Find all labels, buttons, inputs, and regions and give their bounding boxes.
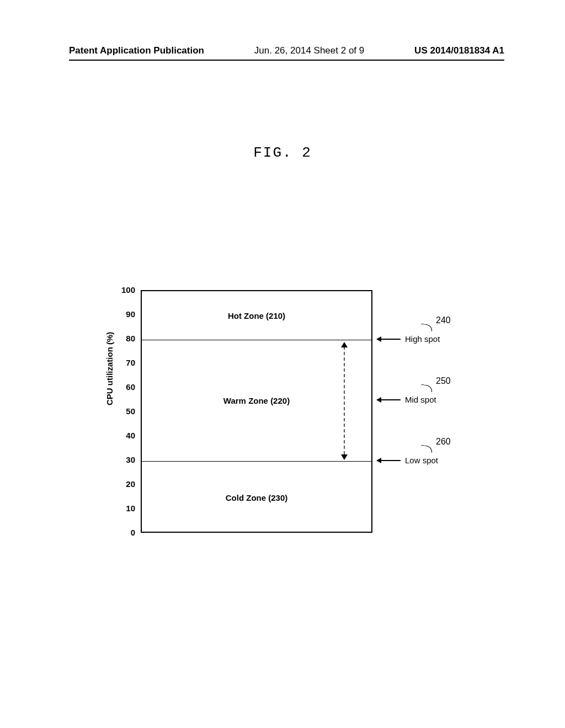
label-mid-spot: Mid spot [405,395,436,404]
y-axis-label: CPU utilization (%) [105,332,114,405]
plot-area: Hot Zone (210) Warm Zone (220) Cold Zone… [141,290,372,533]
y-tick-0: 0 [110,528,135,537]
arrow-down-icon [341,454,348,460]
leader-curl-icon [420,384,433,393]
label-high-spot: High spot [405,334,440,344]
zone-label-cold: Cold Zone (230) [142,493,371,502]
range-dashed-line [344,346,345,454]
chart: 100 90 80 70 60 50 40 30 20 10 0 CPU uti… [110,287,502,552]
y-tick-10: 10 [110,504,135,513]
y-tick-50: 50 [110,406,135,416]
header-right: US 2014/0181834 A1 [414,45,504,56]
page-header: Patent Application Publication Jun. 26, … [0,45,565,61]
zone-divider-low [142,461,371,462]
label-low-spot: Low spot [405,456,438,465]
arrow-left-icon [381,399,401,400]
zone-label-warm: Warm Zone (220) [142,396,371,405]
y-tick-20: 20 [110,479,135,489]
reference-260: 260 [436,437,451,447]
y-tick-90: 90 [110,309,135,319]
header-mid: Jun. 26, 2014 Sheet 2 of 9 [254,45,364,56]
header-left: Patent Application Publication [69,45,204,56]
reference-250: 250 [436,376,451,386]
figure-caption: FIG. 2 [0,144,565,161]
arrow-up-icon [341,342,348,347]
header-row: Patent Application Publication Jun. 26, … [0,45,565,56]
y-tick-40: 40 [110,431,135,440]
zone-divider-high [142,340,371,340]
reference-240: 240 [436,315,451,325]
page: Patent Application Publication Jun. 26, … [0,0,565,728]
y-tick-30: 30 [110,455,135,464]
zone-label-hot: Hot Zone (210) [142,311,371,320]
arrow-left-icon [381,460,401,461]
leader-curl-icon [420,324,433,332]
header-rule [69,60,504,61]
y-tick-100: 100 [110,285,135,295]
arrow-left-icon [381,339,401,340]
y-axis: 100 90 80 70 60 50 40 30 20 10 0 CPU uti… [110,287,135,529]
leader-curl-icon [420,445,433,453]
